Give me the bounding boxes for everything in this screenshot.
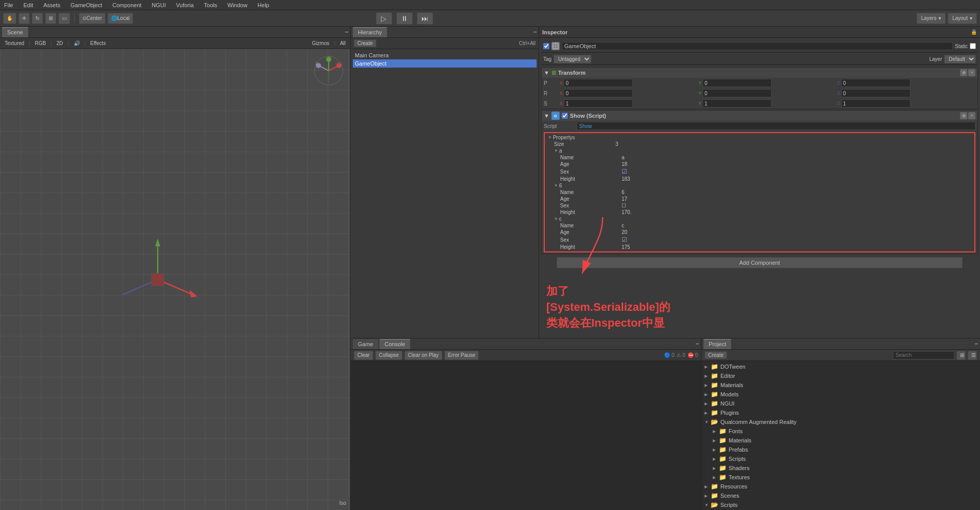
folder-textures[interactable]: ▶ 📁 Textures [702, 473, 979, 482]
2d-btn[interactable]: 2D [55, 40, 65, 46]
folder-scripts-main[interactable]: ▼ 📂 Scripts [702, 500, 979, 509]
scene-panel-tabs: Scene ━ [0, 27, 350, 38]
folder-shaders[interactable]: ▶ 📁 Shaders [702, 463, 979, 473]
pause-btn[interactable]: ⏸ [396, 12, 413, 25]
tab-game[interactable]: Game [353, 339, 378, 349]
menu-file[interactable]: File [2, 2, 15, 8]
scene-panel-close[interactable]: ━ [345, 29, 348, 35]
inspector-lock-icon[interactable]: 🔒 [971, 29, 977, 35]
rgb-dropdown[interactable]: RGB [33, 40, 48, 46]
size-row: Size 3 [546, 141, 973, 147]
hierarchy-panel-close[interactable]: ━ [534, 29, 537, 35]
transform-header[interactable]: ▼ ⊞ Transform ⚙ ? [542, 68, 977, 78]
project-search-input[interactable] [893, 351, 954, 359]
position-x[interactable] [564, 79, 633, 87]
effects-dropdown[interactable]: Effects [89, 40, 107, 46]
show-script-header[interactable]: ▼ G Show (Script) ⚙ ? [542, 111, 977, 121]
rect-tool-btn[interactable]: ▭ [58, 13, 70, 24]
hierarchy-item-maincamera[interactable]: Main Camera [353, 51, 537, 59]
gameobject-name-input[interactable] [562, 42, 953, 50]
transform-help-icon[interactable]: ? [968, 69, 975, 76]
folder-materials[interactable]: ▶ 📁 Materials [702, 380, 979, 390]
rotation-x[interactable] [564, 89, 633, 97]
audio-icon[interactable]: 🔊 [72, 40, 81, 46]
menu-ngui[interactable]: NGUI [150, 2, 168, 8]
rotate-tool-btn[interactable]: ↻ [32, 13, 43, 24]
show-script-settings-icon[interactable]: ⚙ [960, 112, 967, 119]
tab-scene[interactable]: Scene [2, 27, 28, 37]
menu-edit[interactable]: Edit [22, 2, 35, 8]
folder-fonts[interactable]: ▶ 📁 Fonts [702, 427, 979, 436]
space-btn[interactable]: 🌐 Local [108, 13, 133, 24]
console-panel-close[interactable]: ━ [696, 341, 699, 347]
scale-x[interactable] [564, 99, 633, 108]
folder-plugins[interactable]: ▶ 📁 Plugins [702, 408, 979, 417]
menu-vuforia[interactable]: Vuforia [174, 2, 196, 8]
position-y[interactable] [702, 79, 772, 87]
play-btn[interactable]: ▷ [376, 12, 392, 25]
folder-qualcomm[interactable]: ▼ 📂 Qualcomm Augmented Reality [702, 417, 979, 427]
folder-scripts-sub[interactable]: ▶ 📁 Scripts [702, 454, 979, 463]
step-btn[interactable]: ⏭ [417, 12, 433, 25]
show-script-enable[interactable] [562, 113, 568, 119]
tab-console[interactable]: Console [379, 339, 410, 349]
hierarchy-item-gameobject[interactable]: GameObject [353, 59, 537, 68]
project-icon-view-btn[interactable]: ⊞ [956, 351, 966, 360]
menu-help[interactable]: Help [255, 2, 271, 8]
folder-dotween[interactable]: ▶ 📁 DOTween [702, 362, 979, 371]
tab-project[interactable]: Project [704, 339, 731, 349]
scene-view[interactable]: X Y Z Iso [0, 49, 350, 510]
hand-tool-btn[interactable]: ✋ [3, 13, 16, 24]
layers-dropdown[interactable]: Layers ▾ [917, 13, 946, 24]
folder-models[interactable]: ▶ 📁 Models [702, 390, 979, 399]
pivot-label: Center [87, 15, 102, 21]
item-c-sex-val: ☑ [622, 236, 973, 243]
scale-z[interactable] [841, 99, 910, 108]
chevron-down-icon: ▾ [939, 15, 941, 21]
clear-on-play-btn[interactable]: Clear on Play [404, 351, 442, 360]
item-6-age-row: Age 17 [546, 196, 973, 202]
scale-tool-btn[interactable]: ⊞ [45, 13, 56, 24]
project-panel-close[interactable]: ━ [975, 341, 978, 347]
item-a-name-row: Name a [546, 154, 973, 161]
collapse-btn[interactable]: Collapse [375, 351, 402, 360]
project-panel: Project ━ Create ⊞ ☰ ▶ 📁 DOTween [701, 338, 980, 510]
all-search[interactable]: All [338, 40, 347, 46]
move-tool-btn[interactable]: ✛ [18, 13, 30, 24]
menu-component[interactable]: Component [110, 2, 143, 8]
error-pause-btn[interactable]: Error Pause [444, 351, 479, 360]
position-z[interactable] [841, 79, 910, 87]
gameobject-active-checkbox[interactable] [543, 43, 549, 49]
menu-gameobject[interactable]: GameObject [69, 2, 104, 8]
tag-label: Tag [543, 56, 551, 62]
gizmos-dropdown[interactable]: Gizmos [310, 40, 331, 46]
hierarchy-create-btn[interactable]: Create [354, 39, 376, 47]
menu-assets[interactable]: Assets [41, 2, 62, 8]
rotation-z[interactable] [841, 89, 910, 97]
textured-dropdown[interactable]: Textured [3, 40, 26, 46]
pivot-icon: ⊙ [82, 15, 87, 21]
folder-scenes[interactable]: ▶ 📁 Scenes [702, 491, 979, 500]
folder-ngui[interactable]: ▶ 📁 NGUI [702, 399, 979, 408]
scale-y[interactable] [702, 99, 772, 108]
script-field-value[interactable]: Show [577, 122, 975, 130]
folder-prefabs[interactable]: ▶ 📁 Prefabs [702, 445, 979, 454]
rotation-y[interactable] [702, 89, 772, 97]
layout-dropdown[interactable]: Layout ▾ [948, 13, 977, 24]
tab-hierarchy[interactable]: Hierarchy [353, 27, 387, 37]
static-checkbox[interactable] [970, 43, 976, 49]
transform-settings-icon[interactable]: ⚙ [960, 69, 967, 76]
layer-dropdown[interactable]: Default [944, 55, 976, 63]
menu-window[interactable]: Window [225, 2, 249, 8]
show-script-help-icon[interactable]: ? [968, 112, 975, 119]
menu-tools[interactable]: Tools [202, 2, 219, 8]
tag-dropdown[interactable]: Untagged [553, 55, 591, 63]
folder-materials2[interactable]: ▶ 📁 Materials [702, 436, 979, 445]
pivot-btn[interactable]: ⊙ Center [79, 13, 105, 24]
clear-btn[interactable]: Clear [354, 351, 373, 360]
item-6-name-label: Name [560, 189, 622, 195]
project-list-view-btn[interactable]: ☰ [968, 351, 977, 360]
folder-editor[interactable]: ▶ 📁 Editor [702, 371, 979, 380]
folder-resources[interactable]: ▶ 📁 Resources [702, 482, 979, 491]
project-create-btn[interactable]: Create [705, 351, 727, 359]
